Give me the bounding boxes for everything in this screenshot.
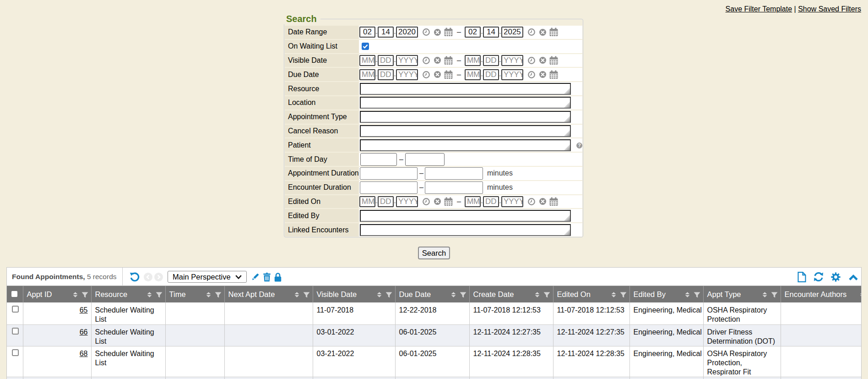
svg-text:?: ?	[578, 143, 580, 148]
